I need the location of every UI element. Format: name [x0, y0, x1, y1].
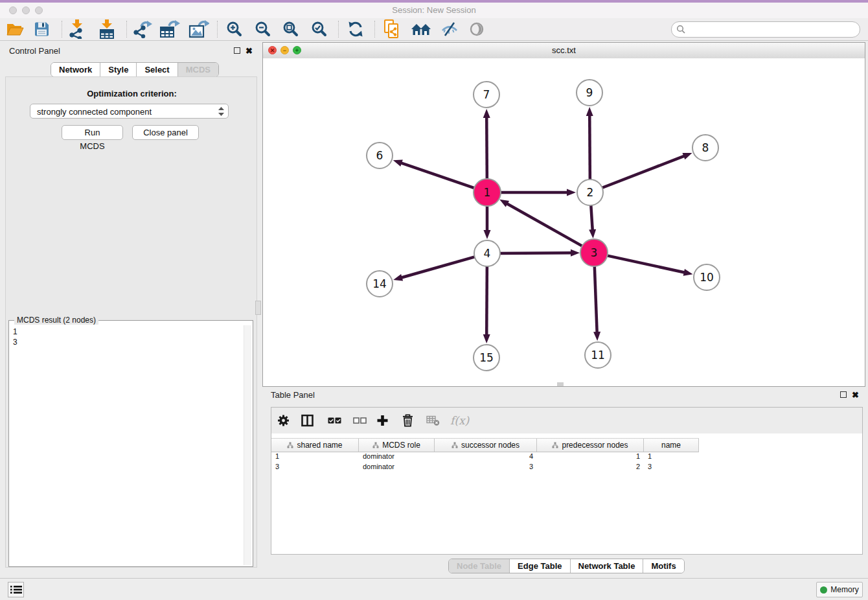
mcds-result-text[interactable]: 1 3 — [10, 325, 244, 565]
panel-splitter-handle[interactable] — [255, 301, 261, 315]
cell[interactable]: 1 — [271, 452, 359, 462]
arrowhead-2-8 — [682, 153, 692, 159]
search-input[interactable] — [689, 23, 856, 36]
zoom-fit-icon[interactable] — [282, 21, 299, 38]
table-tab-node-table[interactable]: Node Table — [449, 559, 510, 573]
table-row[interactable]: 1dominator411 — [271, 452, 862, 462]
cell[interactable]: 3 — [435, 462, 537, 472]
column-header-successor-nodes[interactable]: successor nodes — [435, 439, 537, 452]
deselect-all-icon[interactable] — [353, 417, 367, 424]
cell[interactable]: 1 — [537, 452, 644, 462]
save-session-icon[interactable] — [34, 21, 50, 38]
table-settings-icon[interactable] — [277, 415, 290, 427]
graph-node-7[interactable]: 7 — [473, 81, 500, 108]
column-header-shared-name[interactable]: shared name — [271, 439, 359, 452]
zoom-out-icon[interactable] — [255, 21, 271, 38]
edge-2-3[interactable] — [591, 204, 593, 231]
export-network-icon[interactable] — [133, 20, 152, 38]
table-tab-network-table[interactable]: Network Table — [571, 559, 644, 573]
toolbar-separator — [126, 21, 127, 38]
zoom-selected-icon[interactable] — [311, 21, 328, 38]
graph-node-2[interactable]: 2 — [577, 179, 604, 206]
column-visibility-icon[interactable] — [301, 415, 314, 427]
network-canvas[interactable]: 1234678910111415 — [263, 58, 865, 386]
graph-node-3[interactable]: 3 — [580, 238, 608, 267]
clone-network-icon[interactable] — [383, 19, 400, 39]
graph-node-10[interactable]: 10 — [693, 264, 720, 291]
export-image-icon[interactable] — [188, 20, 209, 38]
hide-network-icon[interactable] — [440, 21, 459, 37]
cell[interactable]: dominator — [359, 462, 435, 472]
node-table-container: f(x) shared nameMCDS rolesuccessor nodes… — [271, 407, 863, 555]
tab-style[interactable]: Style — [100, 63, 137, 76]
add-column-icon[interactable] — [377, 415, 388, 426]
graph-node-8[interactable]: 8 — [692, 134, 719, 161]
refresh-icon[interactable] — [347, 21, 364, 38]
cell[interactable]: dominator — [359, 452, 435, 462]
edge-1-6[interactable] — [400, 163, 476, 189]
zoom-in-icon[interactable] — [226, 21, 243, 38]
edge-2-8[interactable] — [601, 156, 685, 188]
cell[interactable]: 3 — [644, 462, 699, 472]
show-graphics-icon[interactable] — [469, 21, 485, 37]
table-toolbar: f(x) — [271, 408, 862, 433]
import-table-icon[interactable] — [98, 19, 115, 39]
run-mcds-button[interactable]: Run MCDS — [62, 125, 123, 140]
table-tab-edge-table[interactable]: Edge Table — [510, 559, 570, 573]
edge-4-3[interactable] — [499, 253, 572, 253]
tab-mcds[interactable]: MCDS — [178, 63, 218, 76]
table-close-icon[interactable]: ✖ — [852, 391, 859, 399]
edge-4-15[interactable] — [486, 265, 487, 336]
tab-select[interactable]: Select — [137, 63, 177, 76]
dropdown-stepper-icon — [218, 107, 224, 119]
home-icon[interactable] — [411, 22, 431, 36]
memory-button[interactable]: Memory — [816, 582, 863, 597]
graph-node-6[interactable]: 6 — [366, 142, 393, 169]
column-header-MCDS-role[interactable]: MCDS role — [359, 439, 435, 452]
import-network-icon[interactable] — [69, 19, 86, 39]
edge-3-1[interactable] — [507, 203, 584, 247]
edge-4-14[interactable] — [401, 257, 476, 278]
select-all-icon[interactable] — [328, 417, 341, 424]
cell[interactable]: 1 — [644, 452, 699, 462]
status-bar: Memory — [0, 578, 868, 600]
criterion-dropdown[interactable]: strongly connected component — [30, 104, 229, 119]
close-panel-button[interactable]: Close panel — [132, 125, 199, 140]
memory-status-icon — [820, 586, 827, 594]
edge-2-9[interactable] — [589, 115, 590, 181]
tab-network[interactable]: Network — [51, 63, 100, 76]
close-panel-icon[interactable]: ✖ — [246, 47, 253, 55]
canvas-resize-handle[interactable] — [557, 382, 564, 386]
edge-3-11[interactable] — [595, 264, 597, 333]
mcds-result-scrollbar[interactable] — [244, 325, 251, 565]
network-view-window: ✕ − + scc.txt 1234678910111415 — [262, 42, 865, 387]
graph-node-15[interactable]: 15 — [473, 344, 500, 371]
column-header-name[interactable]: name — [644, 439, 699, 452]
table-tab-motifs[interactable]: Motifs — [643, 559, 683, 573]
table-body: 1dominator4113dominator323 — [271, 452, 862, 472]
table-panel-title: Table Panel — [271, 390, 315, 400]
cell[interactable]: 2 — [537, 462, 644, 472]
column-header-predecessor-nodes[interactable]: predecessor nodes — [537, 439, 644, 452]
graph-node-9[interactable]: 9 — [576, 79, 603, 106]
edge-3-10[interactable] — [606, 255, 685, 273]
cell[interactable]: 3 — [271, 462, 359, 472]
table-panel-tabs: Node TableEdge TableNetwork TableMotifs — [448, 559, 685, 573]
task-history-button[interactable] — [8, 582, 24, 597]
export-table-icon[interactable] — [159, 20, 180, 38]
control-panel-header: Control Panel ✖ — [0, 40, 262, 60]
table-float-icon[interactable] — [840, 391, 847, 398]
open-session-icon[interactable] — [6, 21, 24, 37]
delete-table-icon[interactable] — [426, 415, 440, 426]
network-window-titlebar[interactable]: ✕ − + scc.txt — [263, 43, 865, 59]
graph-node-11[interactable]: 11 — [584, 341, 611, 369]
cell[interactable]: 4 — [435, 452, 537, 462]
graph-node-1[interactable]: 1 — [473, 178, 501, 207]
delete-column-icon[interactable] — [402, 414, 413, 427]
float-panel-icon[interactable] — [234, 47, 240, 54]
edge-1-7[interactable] — [486, 117, 487, 181]
graph-node-14[interactable]: 14 — [366, 270, 393, 297]
graph-node-4[interactable]: 4 — [474, 240, 501, 267]
table-row[interactable]: 3dominator323 — [271, 462, 862, 472]
criterion-value: strongly connected component — [37, 107, 152, 117]
